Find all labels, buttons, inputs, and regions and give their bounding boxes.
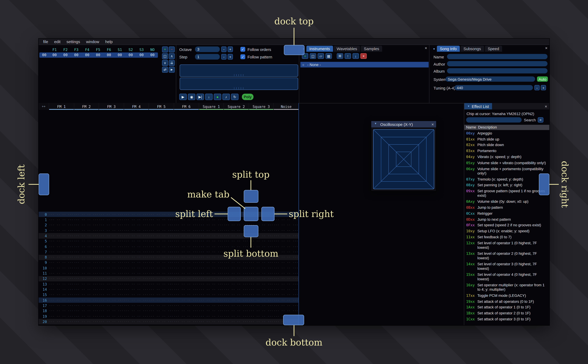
pattern-cell[interactable]: ··· ·· ·· ··· — [198, 282, 224, 286]
pattern-cell[interactable]: ··· ·· ·· ··· — [99, 245, 124, 248]
pattern-cell[interactable]: ··· ·· ·· ··· — [124, 299, 149, 302]
tab-samples[interactable]: Samples — [361, 46, 382, 52]
step-input[interactable]: 1 — [195, 54, 220, 60]
pattern-row[interactable]: 2··· ·· ·· ······ ·· ·· ······ ·· ·· ···… — [39, 222, 298, 228]
pattern-cell[interactable]: ··· ·· ·· ··· — [249, 272, 274, 275]
pattern-cell[interactable]: ··· ·· ·· ··· — [49, 277, 74, 280]
repeat-pattern-button[interactable]: ↻ — [231, 94, 238, 100]
pattern-cell[interactable]: ··· ·· ·· ··· — [74, 250, 99, 254]
pattern-cell[interactable]: ··· ·· ·· ··· — [198, 272, 224, 275]
pattern-cell[interactable]: ··· ·· ·· ··· — [49, 229, 74, 232]
pattern-cell[interactable]: ··· ·· ·· ··· — [174, 282, 199, 286]
pattern-cell[interactable]: ··· ·· ·· ··· — [124, 250, 149, 254]
pattern-cell[interactable]: ··· ·· ·· ··· — [149, 320, 174, 323]
effect-row[interactable]: 00xyArpeggio — [464, 130, 549, 136]
tab-instruments[interactable]: Instruments — [306, 46, 333, 52]
pattern-cell[interactable]: ··· ·· ·· ··· — [198, 240, 224, 243]
effect-row[interactable]: 14xxSet level of operator 3 (0 highest, … — [464, 261, 549, 272]
pattern-cell[interactable]: ··· ·· ·· ··· — [198, 245, 224, 248]
channel-header-square-1[interactable]: Square 1 — [198, 103, 224, 110]
pattern-cell[interactable]: ··· ·· ·· ··· — [273, 234, 298, 237]
order-cell-s2[interactable]: 00 — [125, 52, 136, 58]
dock-target-left[interactable] — [39, 174, 49, 195]
follow-pattern-checkbox[interactable]: ✓ — [240, 54, 245, 59]
pattern-cell[interactable]: ··· ·· ·· ··· — [149, 288, 174, 291]
pattern-cell[interactable]: ··· ·· ·· ··· — [249, 282, 274, 286]
effect-row[interactable]: 1BxxSet attack of operator 2 (0 to 1F) — [464, 310, 549, 316]
channel-header-fm-6[interactable]: FM 6 — [174, 103, 199, 110]
pattern-cell[interactable]: ··· ·· ·· ··· — [74, 309, 99, 312]
pattern-cell[interactable]: ··· ·· ·· ··· — [99, 256, 124, 259]
name-input[interactable] — [447, 54, 548, 59]
pattern-cell[interactable]: ··· ·· ·· ··· — [99, 213, 124, 216]
order-cell-f1[interactable]: 00 — [49, 52, 60, 58]
pattern-row[interactable]: 9··· ·· ·· ······ ·· ·· ······ ·· ·· ···… — [39, 260, 298, 265]
pattern-cell[interactable]: ··· ·· ·· ··· — [124, 218, 149, 221]
pattern-cell[interactable]: ··· ·· ·· ··· — [198, 309, 224, 312]
pattern-cell[interactable]: ··· ·· ·· ··· — [99, 304, 124, 307]
pattern-cell[interactable]: ··· ·· ·· ··· — [74, 245, 99, 248]
pattern-cell[interactable]: ··· ·· ·· ··· — [49, 234, 74, 237]
pattern-cell[interactable]: ··· ·· ·· ··· — [273, 282, 298, 286]
pattern-cell[interactable]: ··· ·· ·· ··· — [273, 304, 298, 307]
pattern-cell[interactable]: ··· ·· ·· ··· — [273, 261, 298, 264]
system-auto-button[interactable]: Auto — [537, 77, 548, 82]
pattern-cell[interactable]: ··· ·· ·· ··· — [124, 282, 149, 286]
pattern-cell[interactable]: ··· ·· ·· ··· — [124, 223, 149, 227]
octave-decrease-button[interactable]: - — [221, 46, 226, 52]
pattern-cell[interactable]: ··· ·· ·· ··· — [49, 256, 74, 259]
pattern-cell[interactable]: ··· ·· ·· ··· — [124, 234, 149, 237]
order-cell-no[interactable]: 00 — [147, 52, 158, 58]
close-icon[interactable]: × — [431, 122, 434, 127]
pattern-row[interactable]: 21··· ·· ·· ······ ·· ·· ······ ·· ·· ··… — [39, 324, 298, 325]
pattern-cell[interactable]: ··· ·· ·· ··· — [249, 293, 274, 296]
effect-row[interactable]: 16xySet operator multiplier (x: operator… — [464, 282, 549, 293]
effect-row[interactable]: 04xyVibrato (x: speed; y: depth) — [464, 154, 549, 160]
effect-row[interactable]: 0BxxJump to pattern — [464, 205, 549, 210]
pattern-cell[interactable]: ··· ·· ·· ··· — [49, 245, 74, 248]
pattern-cell[interactable]: ··· ·· ·· ··· — [174, 250, 199, 254]
pattern-cell[interactable]: ··· ·· ·· ··· — [198, 288, 224, 291]
record-button[interactable]: ● — [214, 94, 221, 100]
piano-keyboard-upper[interactable] — [180, 64, 298, 77]
pattern-cell[interactable]: ··· ·· ·· ··· — [174, 299, 199, 302]
duplicate-order-end-button[interactable]: ⇊ — [169, 60, 175, 66]
channel-header-square-3[interactable]: Square 3 — [249, 103, 274, 110]
split-target-bottom[interactable] — [244, 225, 258, 237]
pattern-cell[interactable]: ··· ·· ·· ··· — [249, 299, 274, 302]
pattern-cell[interactable]: ··· ·· ·· ··· — [149, 272, 174, 275]
pattern-cell[interactable]: ··· ·· ·· ··· — [198, 315, 224, 318]
pattern-cell[interactable]: ··· ·· ·· ··· — [74, 277, 99, 280]
effect-row[interactable]: 08xySet panning (x: left; y: right) — [464, 182, 549, 188]
pattern-cell[interactable]: ··· ·· ·· ··· — [74, 213, 99, 216]
pattern-cell[interactable]: ··· ·· ·· ··· — [249, 277, 274, 280]
effect-row[interactable]: 17xxToggle PCM mode (LEGACY) — [464, 292, 549, 299]
pattern-cell[interactable]: ··· ·· ·· ··· — [49, 223, 74, 227]
pattern-cell[interactable]: ··· ·· ·· ··· — [99, 288, 124, 291]
pattern-cell[interactable]: ··· ·· ·· ··· — [149, 299, 174, 302]
pattern-cell[interactable]: ··· ·· ·· ··· — [224, 277, 249, 280]
pattern-cell[interactable]: ··· ·· ·· ··· — [224, 240, 249, 243]
duplicate-instrument-button[interactable]: ◫ — [310, 53, 316, 59]
channel-header-fm-1[interactable]: FM 1 — [49, 103, 74, 110]
pattern-cell[interactable]: ··· ·· ·· ··· — [174, 304, 199, 307]
pattern-cell[interactable]: ··· ·· ·· ··· — [149, 218, 174, 221]
effect-row[interactable]: 12xxSet level of operator 1 (0 highest, … — [464, 240, 549, 251]
effect-row[interactable]: 09xxSet groove pattern (speed 1 if no gr… — [464, 188, 549, 199]
split-target-right[interactable] — [261, 207, 275, 221]
channel-header-noise[interactable]: Noise — [273, 103, 298, 110]
pattern-cell[interactable]: ··· ·· ·· ··· — [49, 293, 74, 296]
pattern-cell[interactable]: ··· ·· ·· ··· — [198, 261, 224, 264]
effect-row[interactable]: 10xySetup LFO (x: enable; y: speed) — [464, 228, 549, 234]
dock-target-right[interactable] — [539, 174, 549, 195]
move-instrument-down-button[interactable]: ↓ — [352, 53, 359, 59]
pattern-cell[interactable]: ··· ·· ·· ··· — [224, 299, 249, 302]
effect-row[interactable]: 0DxxJump to next pattern — [464, 216, 549, 222]
pattern-cell[interactable]: ··· ·· ·· ··· — [224, 282, 249, 286]
pattern-cell[interactable]: ··· ·· ·· ··· — [99, 315, 124, 318]
effect-row[interactable]: 0CxxRetrigger — [464, 211, 549, 216]
remove-order-button[interactable]: − — [169, 46, 175, 52]
split-target-left[interactable] — [228, 207, 241, 221]
expand-channels-button[interactable]: ++ — [39, 103, 49, 110]
pattern-cell[interactable]: ··· ·· ·· ··· — [174, 245, 199, 248]
